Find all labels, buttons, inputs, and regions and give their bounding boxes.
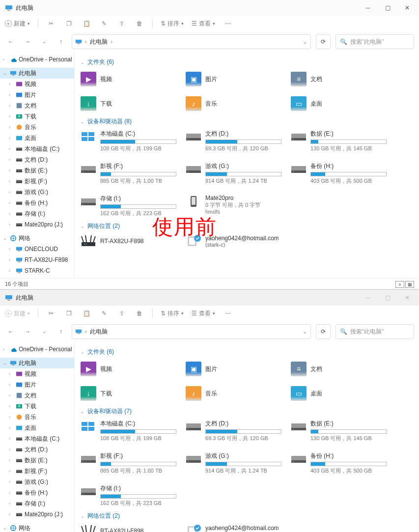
refresh-button[interactable]: ⟳ xyxy=(316,34,331,49)
folder-tile[interactable]: ≡文档 xyxy=(291,360,389,378)
forward-button[interactable]: → xyxy=(22,326,33,337)
drive-tile[interactable]: 文档 (D:)69.3 GB 可用，共 120 GB xyxy=(186,130,284,152)
drive-tile[interactable]: Mate20pro0 字节 可用，共 0 字节hmdfs xyxy=(186,195,284,217)
more-icon[interactable]: ⋯ xyxy=(223,19,233,28)
sidebar-item[interactable]: ›数据 (E:) xyxy=(0,455,74,466)
sidebar-item[interactable]: ›游戏 (G:) xyxy=(0,187,74,197)
close-button[interactable]: ✕ xyxy=(397,1,417,15)
sidebar-item[interactable]: ›图片 xyxy=(0,89,74,100)
chevron-down-icon[interactable]: ⌄ xyxy=(303,38,307,45)
folder-tile[interactable]: ↓下载 xyxy=(81,95,179,112)
sidebar-item[interactable]: ›桌面 xyxy=(0,422,74,433)
folder-tile[interactable]: ♪音乐 xyxy=(186,385,284,402)
view-icons-button[interactable]: ▦ xyxy=(405,281,414,288)
sidebar-network[interactable]: ⌄网络 xyxy=(0,233,74,244)
back-button[interactable]: ← xyxy=(5,36,17,48)
section-folders[interactable]: ⌄文件夹 (6) xyxy=(81,58,413,66)
sidebar-item[interactable]: ›文档 xyxy=(0,100,74,111)
folder-tile[interactable]: ▶视频 xyxy=(81,70,179,88)
view-button[interactable]: ☰查看▾ xyxy=(192,309,215,318)
folder-tile[interactable]: ≡文档 xyxy=(291,70,389,88)
breadcrumb[interactable]: 此电脑 xyxy=(90,328,108,336)
sidebar-item[interactable]: ›音乐 xyxy=(0,122,74,133)
sidebar-item[interactable]: ›存储 (I:) xyxy=(0,498,74,509)
sidebar-item[interactable]: ›备份 (H:) xyxy=(0,197,74,208)
cut-icon[interactable]: ✂ xyxy=(46,308,56,318)
sidebar-item[interactable]: ›备份 (H:) xyxy=(0,487,74,498)
drive-tile[interactable]: 本地磁盘 (C:)108 GB 可用，共 199 GB xyxy=(81,130,179,152)
sidebar-item[interactable]: ›图片 xyxy=(0,379,74,390)
sidebar-item[interactable]: ›游戏 (G:) xyxy=(0,476,74,487)
maximize-button[interactable]: ▢ xyxy=(378,1,397,15)
copy-icon[interactable]: ❐ xyxy=(64,308,74,318)
folder-tile[interactable]: ▭桌面 xyxy=(291,385,389,402)
sidebar-item[interactable]: ›文档 (D:) xyxy=(0,154,74,165)
sidebar-item[interactable]: ›ONECLOUD xyxy=(0,244,74,254)
refresh-button[interactable]: ⟳ xyxy=(316,324,331,339)
drive-tile[interactable]: 文档 (D:)69.3 GB 可用，共 120 GB xyxy=(186,420,284,442)
delete-icon[interactable]: 🗑 xyxy=(135,308,144,318)
network-tile[interactable]: RT-AX82U-F898 xyxy=(81,524,179,532)
paste-icon[interactable]: 📋 xyxy=(82,308,91,318)
sort-button[interactable]: ⇅排序▾ xyxy=(161,20,184,28)
new-button[interactable]: + 新建 ▾ xyxy=(5,309,30,318)
folder-tile[interactable]: ▶视频 xyxy=(81,360,179,378)
sidebar-thispc[interactable]: ⌄此电脑 xyxy=(0,358,74,368)
drive-tile[interactable]: 影视 (F:)885 GB 可用，共 1.00 TB xyxy=(81,162,179,185)
more-icon[interactable]: ⋯ xyxy=(223,308,233,318)
folder-tile[interactable]: ▣图片 xyxy=(186,70,284,88)
drive-tile[interactable]: 备份 (H:)403 GB 可用，共 500 GB xyxy=(291,452,389,475)
back-button[interactable]: ← xyxy=(5,326,17,337)
sidebar-item[interactable]: ›Mate20pro (J:) xyxy=(0,509,74,520)
sidebar-item[interactable]: ›影视 (F:) xyxy=(0,466,74,476)
sidebar-item[interactable]: ›文档 (D:) xyxy=(0,444,74,455)
sidebar-item[interactable]: ›RT-AX82U-F898 xyxy=(0,254,74,265)
rename-icon[interactable]: ✎ xyxy=(99,19,109,28)
network-tile[interactable]: yaoheng0424@hotmail.com(stark-c) xyxy=(186,524,284,532)
drive-tile[interactable]: 数据 (E:)130 GB 可用，共 145 GB xyxy=(291,130,389,152)
paste-icon[interactable]: 📋 xyxy=(82,19,91,28)
drive-tile[interactable]: 游戏 (G:)914 GB 可用，共 1.24 TB xyxy=(186,452,284,475)
delete-icon[interactable]: 🗑 xyxy=(135,19,144,28)
breadcrumb[interactable]: 此电脑 xyxy=(90,38,108,46)
folder-tile[interactable]: ▭桌面 xyxy=(291,95,389,112)
chevron-down-icon[interactable]: ⌄ xyxy=(303,328,307,335)
up-button[interactable]: ↑ xyxy=(55,326,67,337)
share-icon[interactable]: ⇪ xyxy=(117,308,127,318)
sidebar-item[interactable]: ›存储 (I:) xyxy=(0,208,74,219)
sidebar-item[interactable]: ›Mate20pro (J:) xyxy=(0,219,74,230)
sidebar-item[interactable]: ›音乐 xyxy=(0,412,74,422)
sidebar-onedrive[interactable]: ›OneDrive - Personal xyxy=(0,54,74,65)
sidebar-item[interactable]: ›STARK-C xyxy=(0,265,74,276)
folder-tile[interactable]: ▣图片 xyxy=(186,360,284,378)
section-drives[interactable]: ⌄设备和驱动器 (7) xyxy=(81,407,413,416)
network-tile[interactable]: RT-AX82U-F898 xyxy=(81,234,179,248)
chevron-down-icon[interactable]: ⌄ xyxy=(38,326,50,337)
chevron-down-icon[interactable]: ⌄ xyxy=(38,36,50,48)
close-button[interactable]: ✕ xyxy=(397,291,417,305)
folder-tile[interactable]: ♪音乐 xyxy=(186,95,284,112)
sidebar-item[interactable]: ›桌面 xyxy=(0,133,74,143)
sort-button[interactable]: ⇅排序▾ xyxy=(161,309,184,318)
view-details-button[interactable]: ≡ xyxy=(395,281,404,288)
drive-tile[interactable]: 游戏 (G:)914 GB 可用，共 1.24 TB xyxy=(186,162,284,185)
folder-tile[interactable]: ↓下载 xyxy=(81,385,179,402)
rename-icon[interactable]: ✎ xyxy=(99,308,109,318)
sidebar-thispc[interactable]: ⌄此电脑 xyxy=(0,68,74,79)
section-network[interactable]: ⌄网络位置 (2) xyxy=(81,512,413,520)
drive-tile[interactable]: 存储 (I:)162 GB 可用，共 223 GB xyxy=(81,195,179,217)
search-input[interactable]: 🔍 搜索"此电脑" xyxy=(335,34,414,49)
sidebar-item[interactable]: ›视频 xyxy=(0,79,74,89)
section-network[interactable]: ⌄网络位置 (2) xyxy=(81,222,413,230)
drive-tile[interactable]: 数据 (E:)130 GB 可用，共 145 GB xyxy=(291,420,389,442)
sidebar-item[interactable]: ›文档 xyxy=(0,390,74,401)
sidebar-item[interactable]: ›下载 xyxy=(0,111,74,122)
search-input[interactable]: 🔍 搜索"此电脑" xyxy=(335,324,414,339)
sidebar-item[interactable]: ›本地磁盘 (C:) xyxy=(0,143,74,154)
drive-tile[interactable]: 本地磁盘 (C:)108 GB 可用，共 199 GB xyxy=(81,420,179,442)
view-button[interactable]: ☰查看▾ xyxy=(192,20,215,28)
minimize-button[interactable]: ─ xyxy=(358,291,378,305)
sidebar-item[interactable]: ›影视 (F:) xyxy=(0,176,74,187)
section-folders[interactable]: ⌄文件夹 (6) xyxy=(81,348,413,356)
drive-tile[interactable]: 影视 (F:)885 GB 可用，共 1.00 TB xyxy=(81,452,179,475)
